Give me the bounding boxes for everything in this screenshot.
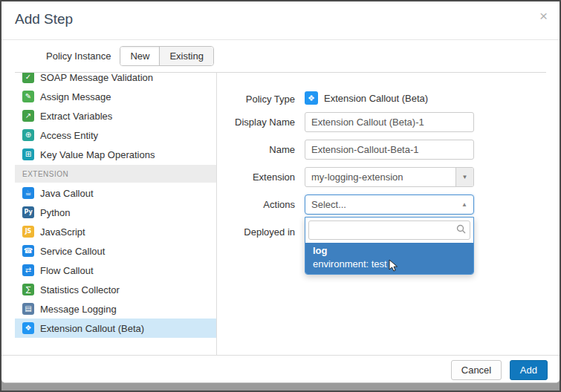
name-row: Name — [217, 140, 546, 160]
content-area: ✓ SOAP Message Validation ✎ Assign Messa… — [15, 72, 546, 356]
name-input[interactable] — [305, 140, 474, 160]
actions-select-placeholder: Select... — [311, 199, 461, 210]
javascript-icon: JS — [22, 226, 34, 238]
policy-item-extract-variables[interactable]: ↗ Extract Variables — [15, 106, 216, 125]
extension-section-header: EXTENSION — [15, 165, 216, 183]
modal-title: Add Step — [15, 11, 73, 27]
policy-item-label: Key Value Map Operations — [40, 149, 155, 160]
close-icon[interactable]: × — [539, 9, 548, 23]
policy-instance-toggle: New Existing — [120, 46, 214, 66]
cancel-button[interactable]: Cancel — [451, 360, 502, 380]
policy-item-extension-callout-beta[interactable]: ❖ Extension Callout (Beta) — [15, 318, 216, 338]
new-toggle-button[interactable]: New — [120, 47, 160, 65]
actions-select[interactable]: Select... ▲ — [305, 195, 474, 215]
chevron-down-icon: ▼ — [455, 168, 473, 186]
flow-callout-icon: ⇄ — [22, 264, 34, 276]
modal-footer: Cancel Add — [1, 355, 560, 382]
java-callout-icon: ☕ — [22, 187, 34, 199]
extension-select[interactable]: my-logging-extension ▼ — [305, 167, 474, 187]
access-entity-icon: ⊕ — [22, 129, 34, 141]
extension-label: Extension — [217, 167, 295, 187]
policy-type-value: Extension Callout (Beta) — [324, 93, 428, 104]
policy-item-label: Java Callout — [40, 188, 94, 199]
policy-item-javascript[interactable]: JS JavaScript — [15, 222, 216, 241]
modal-header: Add Step × — [1, 1, 560, 40]
actions-option-list: log environment: test — [305, 243, 473, 274]
policy-item-label: Service Callout — [40, 246, 105, 257]
actions-search-input[interactable] — [308, 220, 470, 240]
policy-item-label: Message Logging — [40, 304, 117, 315]
add-step-modal: Add Step × Policy Instance New Existing … — [1, 1, 560, 383]
policy-type-icon: ❖ — [305, 91, 318, 105]
statistics-collector-icon: ∑ — [22, 284, 34, 295]
extension-row: Extension my-logging-extension ▼ — [217, 167, 546, 187]
policy-item-python[interactable]: Py Python — [15, 203, 216, 222]
display-name-row: Display Name — [217, 112, 546, 132]
chevron-up-icon: ▲ — [461, 201, 467, 208]
existing-toggle-button[interactable]: Existing — [160, 47, 213, 65]
policy-item-statistics-collector[interactable]: ∑ Statistics Collector — [15, 280, 216, 299]
policy-item-label: Extract Variables — [40, 111, 112, 122]
policy-form: Policy Type ❖ Extension Callout (Beta) D… — [217, 73, 546, 356]
policy-instance-row: Policy Instance New Existing — [1, 40, 560, 72]
search-icon — [456, 224, 466, 234]
actions-dropdown-panel: log environment: test — [305, 217, 474, 275]
extension-select-value: my-logging-extension — [305, 172, 455, 183]
option-environment-test[interactable]: environment: test — [305, 257, 473, 274]
policy-list[interactable]: ✓ SOAP Message Validation ✎ Assign Messa… — [15, 73, 217, 356]
screen: Add Step × Policy Instance New Existing … — [0, 0, 561, 392]
policy-item-label: Extension Callout (Beta) — [40, 323, 144, 334]
extract-variables-icon: ↗ — [22, 110, 34, 122]
assign-message-icon: ✎ — [22, 91, 34, 102]
service-callout-icon: ☎ — [22, 245, 34, 257]
policy-item-message-logging[interactable]: ▤ Message Logging — [15, 299, 216, 318]
actions-row: Actions Select... ▲ — [217, 195, 546, 215]
policy-item-flow-callout[interactable]: ⇄ Flow Callout — [15, 261, 216, 280]
display-name-input[interactable] — [305, 112, 474, 132]
option-group-log[interactable]: log — [305, 243, 473, 257]
message-logging-icon: ▤ — [22, 303, 34, 315]
policy-item-assign-message[interactable]: ✎ Assign Message — [15, 87, 216, 106]
python-icon: Py — [22, 206, 34, 218]
policy-item-label: Python — [40, 207, 70, 218]
policy-instance-label: Policy Instance — [46, 50, 111, 62]
policy-item-label: SOAP Message Validation — [40, 73, 153, 83]
policy-type-row: Policy Type ❖ Extension Callout (Beta) — [217, 89, 546, 105]
policy-type-label: Policy Type — [217, 89, 295, 105]
policy-item-label: Flow Callout — [40, 265, 94, 276]
policy-item-key-value-map-operations[interactable]: ⊞ Key Value Map Operations — [15, 145, 216, 164]
policy-item-label: Access Entity — [40, 130, 98, 141]
soap-message-validation-icon: ✓ — [22, 73, 34, 83]
policy-item-service-callout[interactable]: ☎ Service Callout — [15, 241, 216, 261]
key-value-map-icon: ⊞ — [22, 148, 34, 160]
policy-item-label: Assign Message — [40, 91, 111, 102]
name-label: Name — [217, 140, 295, 160]
deployed-in-label: Deployed in — [217, 222, 295, 238]
policy-item-label: JavaScript — [40, 226, 85, 238]
policy-item-soap-message-validation[interactable]: ✓ SOAP Message Validation — [15, 73, 216, 87]
policy-item-access-entity[interactable]: ⊕ Access Entity — [15, 125, 216, 145]
extension-callout-icon: ❖ — [22, 322, 34, 334]
policy-item-label: Statistics Collector — [40, 284, 120, 295]
display-name-label: Display Name — [217, 112, 295, 132]
actions-label: Actions — [217, 195, 295, 215]
add-button[interactable]: Add — [510, 360, 548, 380]
policy-item-java-callout[interactable]: ☕ Java Callout — [15, 183, 216, 203]
